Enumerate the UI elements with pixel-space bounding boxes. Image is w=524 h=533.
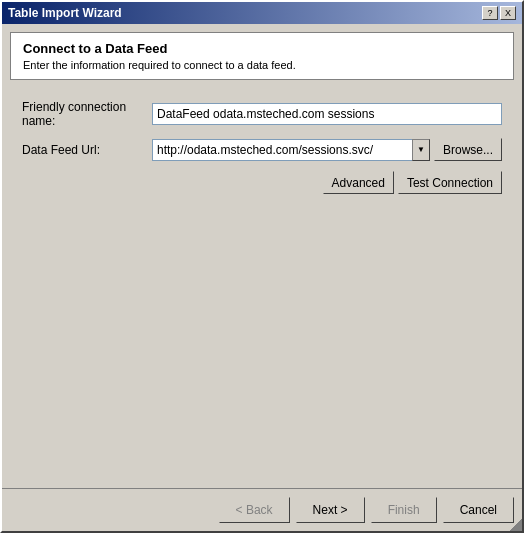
header-section: Connect to a Data Feed Enter the informa… — [10, 32, 514, 80]
url-label: Data Feed Url: — [22, 143, 152, 157]
title-bar-controls: ? X — [482, 6, 516, 20]
advanced-button-row: Advanced Test Connection — [152, 171, 502, 194]
window-title: Table Import Wizard — [8, 6, 122, 20]
bottom-bar: < Back Next > Finish Cancel — [2, 488, 522, 531]
page-subtitle: Enter the information required to connec… — [23, 59, 501, 71]
friendly-name-input[interactable] — [152, 103, 502, 125]
back-button[interactable]: < Back — [219, 497, 290, 523]
url-input-wrapper: ▼ — [152, 139, 430, 161]
url-dropdown-button[interactable]: ▼ — [412, 139, 430, 161]
friendly-name-label: Friendly connection name: — [22, 100, 152, 128]
url-row: Data Feed Url: ▼ Browse... — [22, 138, 502, 161]
title-bar: Table Import Wizard ? X — [2, 2, 522, 24]
url-controls: ▼ Browse... — [152, 138, 502, 161]
content-area: Connect to a Data Feed Enter the informa… — [2, 24, 522, 488]
resize-handle[interactable] — [510, 519, 522, 531]
friendly-name-row: Friendly connection name: — [22, 100, 502, 128]
help-button[interactable]: ? — [482, 6, 498, 20]
form-area: Friendly connection name: Data Feed Url:… — [10, 92, 514, 202]
url-input[interactable] — [152, 139, 412, 161]
advanced-button[interactable]: Advanced — [323, 171, 394, 194]
close-button[interactable]: X — [500, 6, 516, 20]
browse-button[interactable]: Browse... — [434, 138, 502, 161]
test-connection-button[interactable]: Test Connection — [398, 171, 502, 194]
finish-button[interactable]: Finish — [371, 497, 437, 523]
cancel-button[interactable]: Cancel — [443, 497, 514, 523]
next-button[interactable]: Next > — [296, 497, 365, 523]
main-content — [10, 202, 514, 480]
dialog-window: Table Import Wizard ? X Connect to a Dat… — [0, 0, 524, 533]
page-title: Connect to a Data Feed — [23, 41, 501, 56]
